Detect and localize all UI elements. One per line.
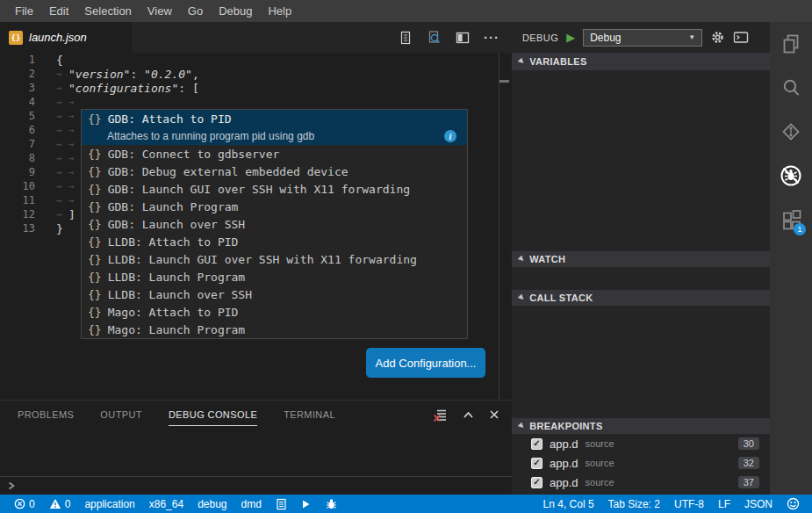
code-editor[interactable]: 1{ 2→"version": "0.2.0", 3→"configuratio… — [0, 53, 512, 400]
tab-terminal[interactable]: TERMINAL — [284, 409, 335, 420]
split-editor-icon[interactable] — [456, 32, 470, 44]
twistie-icon: ▶ — [517, 422, 526, 430]
snippet-icon: {} — [88, 271, 102, 284]
snippet-icon: {} — [88, 323, 102, 336]
breakpoint-row[interactable]: ✓ app.d source 32 — [512, 453, 770, 473]
language-mode[interactable]: JSON — [744, 498, 772, 510]
menu-item-debug[interactable]: Debug — [211, 0, 260, 22]
menu-item-file[interactable]: File — [7, 0, 41, 22]
breakpoint-checkbox[interactable]: ✓ — [531, 477, 543, 488]
debug-icon[interactable] — [770, 154, 812, 198]
warning-count[interactable]: 0 — [49, 498, 71, 510]
overview-ruler-cursor-marker — [499, 80, 509, 83]
debug-console-input[interactable] — [0, 476, 512, 495]
status-build-type[interactable]: debug — [198, 498, 226, 510]
debug-console-icon[interactable] — [733, 31, 749, 44]
call-stack-body — [512, 306, 770, 418]
breakpoint-checkbox[interactable]: ✓ — [531, 458, 543, 469]
section-watch[interactable]: ▶ WATCH — [512, 251, 770, 267]
error-icon — [14, 498, 25, 509]
suggest-item[interactable]: {}GDB: Launch GUI over SSH with X11 forw… — [82, 180, 467, 198]
prompt-chevron-icon — [6, 480, 18, 492]
error-count[interactable]: 0 — [14, 498, 35, 510]
suggest-item[interactable]: {}GDB: Launch over SSH — [82, 215, 467, 233]
start-debugging-icon[interactable]: ▶ — [566, 32, 575, 43]
breakpoint-line-badge: 32 — [738, 457, 759, 469]
section-call-stack[interactable]: ▶ CALL STACK — [512, 290, 770, 306]
close-panel-icon[interactable] — [489, 409, 499, 420]
more-actions-icon[interactable]: ··· — [484, 31, 499, 44]
suggest-item[interactable]: {}GDB: Launch Program — [82, 198, 467, 215]
status-compiler[interactable]: dmd — [241, 498, 262, 510]
debug-console-output — [0, 429, 512, 476]
info-icon[interactable]: i — [444, 130, 456, 142]
snippet-icon: {} — [88, 306, 102, 319]
debug-view-title: DEBUG — [522, 33, 558, 43]
breakpoint-line-badge: 30 — [738, 437, 759, 450]
status-bar: 0 0 application x86_64 debug dmd Ln 4, C… — [0, 495, 812, 513]
status-application[interactable]: application — [84, 498, 134, 510]
maximize-panel-icon[interactable] — [462, 409, 475, 421]
configure-gear-icon[interactable] — [710, 30, 725, 45]
breakpoint-checkbox[interactable]: ✓ — [531, 438, 543, 450]
twistie-icon: ▶ — [517, 57, 526, 66]
cursor-position[interactable]: Ln 4, Col 5 — [543, 498, 594, 510]
snippet-icon: {} — [88, 288, 102, 301]
tab-title: launch.json — [29, 31, 87, 44]
suggest-item[interactable]: {}Mago: Launch Program — [82, 321, 467, 338]
bottom-panel: PROBLEMS OUTPUT DEBUG CONSOLE TERMINAL — [0, 400, 512, 495]
tab-output[interactable]: OUTPUT — [100, 409, 142, 420]
add-configuration-button[interactable]: Add Configuration... — [366, 348, 485, 378]
encoding[interactable]: UTF-8 — [674, 498, 704, 510]
debug-configuration-dropdown[interactable]: Debug ▼ — [583, 29, 702, 47]
json-file-icon: {} — [9, 31, 23, 45]
breakpoint-row[interactable]: ✓ app.d source 30 — [512, 434, 770, 453]
eol-sequence[interactable]: LF — [718, 498, 730, 510]
status-arch[interactable]: x86_64 — [149, 498, 183, 510]
feedback-smiley-icon[interactable] — [787, 497, 800, 510]
source-control-icon[interactable] — [770, 110, 812, 154]
editor-actions: ··· — [399, 22, 512, 53]
tab-debug-console[interactable]: DEBUG CONSOLE — [169, 409, 257, 420]
breakpoint-line-badge: 37 — [738, 476, 759, 488]
suggest-item-selected[interactable]: {} GDB: Attach to PID Attaches to a runn… — [82, 110, 467, 145]
explorer-icon[interactable] — [770, 22, 812, 66]
indentation[interactable]: Tab Size: 2 — [608, 498, 660, 510]
suggest-widget: {} GDB: Attach to PID Attaches to a runn… — [81, 109, 468, 339]
tab-launch-json[interactable]: {} launch.json — [0, 22, 132, 53]
section-variables[interactable]: ▶ VARIABLES — [512, 53, 770, 70]
extensions-badge: 1 — [794, 223, 806, 235]
suggest-item[interactable]: {}GDB: Debug external embedded device — [82, 163, 467, 180]
warning-icon — [49, 498, 61, 509]
snippet-icon: {} — [88, 235, 102, 249]
suggest-item[interactable]: {}LLDB: Launch GUI over SSH with X11 for… — [82, 250, 467, 268]
breakpoint-row[interactable]: ✓ app.d source 37 — [512, 473, 770, 492]
open-changes-icon[interactable] — [399, 31, 413, 45]
suggest-item[interactable]: {}LLDB: Attach to PID — [82, 233, 467, 250]
tab-problems[interactable]: PROBLEMS — [18, 409, 74, 420]
menu-item-edit[interactable]: Edit — [41, 0, 76, 22]
twistie-icon: ▶ — [517, 255, 526, 264]
code-line: 1{ — [0, 53, 512, 67]
status-debug-bug-icon[interactable] — [325, 498, 338, 510]
open-preview-icon[interactable] — [427, 30, 442, 45]
section-breakpoints[interactable]: ▶ BREAKPOINTS — [512, 418, 770, 434]
clear-console-icon[interactable] — [433, 408, 448, 423]
suggest-item[interactable]: {}LLDB: Launch Program — [82, 268, 467, 285]
menu-item-help[interactable]: Help — [260, 0, 299, 22]
main-area: {} launch.json ··· — [0, 22, 812, 495]
menu-item-view[interactable]: View — [140, 0, 180, 22]
snippet-icon: {} — [88, 253, 102, 266]
status-run-icon[interactable] — [301, 499, 311, 509]
menu-bar: File Edit Selection View Go Debug Help — [0, 0, 812, 22]
suggest-item[interactable]: {}GDB: Connect to gdbserver — [82, 145, 467, 163]
twistie-icon: ▶ — [517, 293, 526, 302]
extensions-icon[interactable]: 1 — [770, 198, 812, 242]
menu-item-go[interactable]: Go — [180, 0, 211, 22]
suggest-item[interactable]: {}LLDB: Launch over SSH — [82, 285, 467, 303]
suggest-item[interactable]: {}Mago: Attach to PID — [82, 303, 467, 321]
status-document-icon[interactable] — [276, 498, 287, 510]
debug-toolbar: DEBUG ▶ Debug ▼ — [512, 22, 770, 53]
search-icon[interactable] — [770, 66, 812, 110]
menu-item-selection[interactable]: Selection — [76, 0, 139, 22]
